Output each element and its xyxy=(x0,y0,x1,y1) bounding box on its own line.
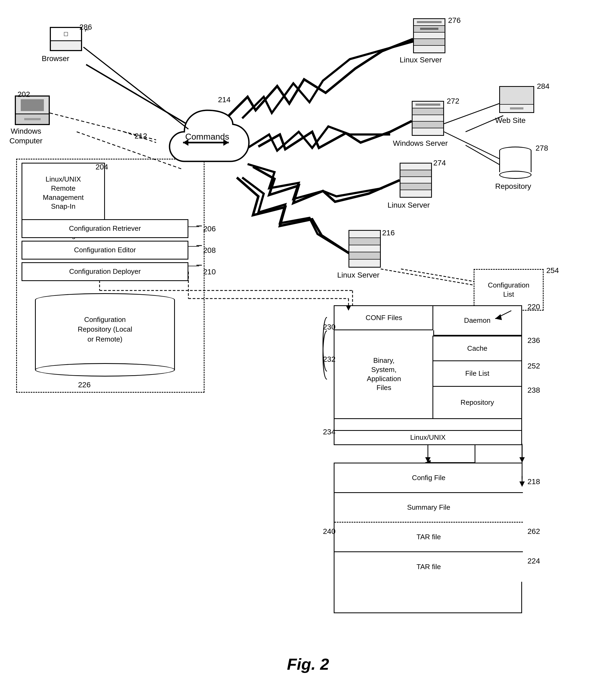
ref-204: 204 xyxy=(96,163,108,171)
ref-224: 224 xyxy=(528,557,540,565)
windows-computer-label: Windows Computer xyxy=(10,126,43,146)
ref-210: 210 xyxy=(203,268,216,276)
snap-in-box: Linux/UNIX Remote Management Snap-In xyxy=(21,163,105,223)
windows-computer-icon xyxy=(15,96,50,125)
snapshot-outer-box: Config File Summary File TAR file TAR fi… xyxy=(334,463,522,613)
ref-208: 208 xyxy=(203,246,216,255)
binary-system-files-box: Binary, System, Application Files xyxy=(334,330,434,419)
linux-unix-bottom-label: Linux/UNIX xyxy=(334,430,521,444)
linux-server-276-label: Linux Server xyxy=(400,55,442,65)
windows-server-272-icon xyxy=(412,101,444,136)
ref-226: 226 xyxy=(78,380,91,389)
config-file-box: Config File xyxy=(334,463,523,493)
repository-238-box: Repository xyxy=(432,387,521,419)
ref-262: 262 xyxy=(528,527,540,536)
ref-220: 220 xyxy=(528,303,540,311)
cloud-label: Commands xyxy=(156,132,259,142)
config-retriever-box: Configuration Retriever xyxy=(21,219,188,238)
tar-file-262-box: TAR file xyxy=(334,523,523,552)
ref-276: 276 xyxy=(448,16,461,25)
summary-file-box: Summary File xyxy=(334,493,523,523)
svg-line-28 xyxy=(381,269,473,285)
ref-278: 278 xyxy=(535,144,548,153)
conf-files-box: CONF Files xyxy=(334,306,434,330)
ref-212: 212 xyxy=(135,132,147,140)
repository-278-label: Repository xyxy=(495,182,531,191)
ref-232: 232 xyxy=(323,355,336,363)
svg-line-3 xyxy=(466,145,503,167)
ref-234: 234 xyxy=(323,428,336,436)
linux-server-276-icon xyxy=(413,18,445,53)
ref-274: 274 xyxy=(433,159,446,167)
linux-server-274-icon xyxy=(400,163,432,198)
web-site-icon xyxy=(499,86,534,113)
ref-236: 236 xyxy=(528,336,540,345)
ref-272: 272 xyxy=(447,97,460,105)
svg-line-26 xyxy=(444,104,499,124)
svg-marker-41 xyxy=(425,457,431,463)
linux-server-216-label: Linux Server xyxy=(337,270,380,280)
repository-278-icon xyxy=(499,147,532,179)
ref-206: 206 xyxy=(203,225,216,233)
file-list-box: File List xyxy=(432,361,521,387)
tar-file-224-box: TAR file xyxy=(334,552,523,582)
ref-240: 240 xyxy=(323,527,336,536)
windows-server-272-label: Windows Server xyxy=(393,138,448,148)
ref-238: 238 xyxy=(528,386,540,394)
browser-label: Browser xyxy=(42,54,69,64)
ref-214: 214 xyxy=(218,96,231,104)
ref-202: 202 xyxy=(17,90,30,99)
ref-254: 254 xyxy=(546,266,559,275)
config-editor-box: Configuration Editor xyxy=(21,241,188,259)
svg-marker-43 xyxy=(519,457,525,463)
daemon-box: Daemon xyxy=(432,306,521,336)
config-deployer-box: Configuration Deployer xyxy=(21,262,188,281)
config-repo-label: Configuration Repository (Local or Remot… xyxy=(35,315,175,344)
fig-caption: Fig. 2 xyxy=(0,655,616,674)
linux-server-216-icon xyxy=(349,230,381,268)
cloud-shape: Commands xyxy=(156,102,259,183)
svg-line-27 xyxy=(444,132,499,159)
ref-218: 218 xyxy=(528,477,540,486)
config-repo-cylinder: Configuration Repository (Local or Remot… xyxy=(35,293,175,376)
linux-server-outer-box: Linux/UNIX CONF Files Daemon Binary, Sys… xyxy=(334,305,522,445)
ref-284: 284 xyxy=(537,82,550,91)
browser-icon: ☐ xyxy=(50,27,82,51)
linux-server-274-label: Linux Server xyxy=(387,200,430,210)
cache-box: Cache xyxy=(432,336,521,361)
ref-216: 216 xyxy=(382,228,395,237)
web-site-label: Web Site xyxy=(495,116,526,125)
ref-230: 230 xyxy=(323,323,336,332)
ref-252: 252 xyxy=(528,362,540,370)
